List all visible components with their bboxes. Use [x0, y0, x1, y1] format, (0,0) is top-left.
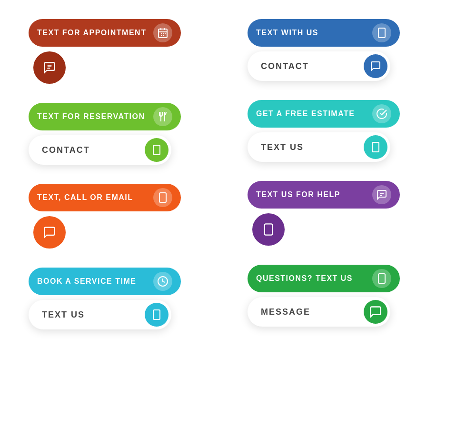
svg-rect-13 — [153, 145, 160, 155]
text-us-help-label: TEXT US FOR HELP — [256, 190, 340, 199]
appointment-group: TEXT FOR APPOINTMENT — [29, 19, 228, 84]
svg-rect-28 — [378, 274, 385, 283]
text-call-email-label: TEXT, CALL OR EMAIL — [37, 193, 133, 202]
service-phone-icon — [145, 303, 169, 327]
svg-rect-9 — [47, 65, 51, 66]
estimate-text-us-label: TEXT US — [261, 142, 304, 152]
questions-text-us-button[interactable]: QUESTIONS? TEXT US — [248, 265, 400, 292]
estimate-phone-icon — [364, 135, 387, 159]
help-phone-button[interactable] — [252, 213, 285, 246]
service-group: BOOK A SERVICE TIME TEXT US — [29, 268, 228, 329]
message-button[interactable]: MESSAGE — [248, 297, 390, 327]
svg-rect-22 — [372, 142, 379, 152]
main-container: TEXT FOR APPOINTMENT — [0, 0, 476, 368]
svg-rect-10 — [47, 68, 50, 69]
chat-icon — [43, 61, 56, 74]
appointment-chat-icon-button[interactable] — [33, 51, 66, 84]
reservation-contact-button[interactable]: CONTACT — [29, 135, 171, 165]
get-estimate-label: GET A FREE ESTIMATE — [256, 110, 355, 118]
right-column: TEXT WITH US CONTACT — [238, 14, 457, 353]
svg-rect-15 — [159, 193, 166, 202]
message-label: MESSAGE — [261, 307, 310, 317]
text-us-help-button[interactable]: TEXT US FOR HELP — [248, 181, 400, 209]
text-for-reservation-label: TEXT FOR RESERVATION — [37, 112, 145, 121]
reservation-contact-label: CONTACT — [42, 145, 90, 155]
help-phone-icon — [262, 223, 275, 236]
text-with-us-contact-label: CONTACT — [261, 61, 309, 71]
contact-chat-icon — [364, 54, 387, 78]
service-text-us-label: TEXT US — [42, 310, 85, 320]
text-with-us-phone-icon — [372, 23, 391, 42]
message-chat-icon — [364, 300, 387, 324]
check-circle-icon — [372, 104, 391, 123]
questions-text-us-label: QUESTIONS? TEXT US — [256, 274, 353, 283]
svg-rect-26 — [265, 224, 272, 235]
questions-group: QUESTIONS? TEXT US MESSAGE — [248, 265, 447, 327]
calendar-icon — [153, 23, 172, 42]
call-email-phone-icon — [153, 188, 172, 207]
fork-knife-icon — [153, 107, 172, 126]
estimate-group: GET A FREE ESTIMATE TEXT US — [248, 100, 447, 162]
text-for-reservation-button[interactable]: TEXT FOR RESERVATION — [29, 103, 181, 130]
text-call-email-button[interactable]: TEXT, CALL OR EMAIL — [29, 184, 181, 211]
text-for-appointment-label: TEXT FOR APPOINTMENT — [37, 29, 146, 37]
text-with-us-label: TEXT WITH US — [256, 29, 318, 37]
help-group: TEXT US FOR HELP — [248, 181, 447, 246]
svg-rect-18 — [153, 310, 160, 319]
book-service-button[interactable]: BOOK A SERVICE TIME — [29, 268, 181, 295]
service-text-us-button[interactable]: TEXT US — [29, 300, 171, 329]
text-with-us-contact-button[interactable]: CONTACT — [248, 51, 390, 81]
text-with-us-button[interactable]: TEXT WITH US — [248, 19, 400, 47]
book-service-label: BOOK A SERVICE TIME — [37, 277, 136, 286]
call-email-group: TEXT, CALL OR EMAIL — [29, 184, 228, 249]
get-estimate-button[interactable]: GET A FREE ESTIMATE — [248, 100, 400, 128]
help-chat-icon — [372, 185, 391, 204]
questions-phone-icon — [372, 269, 391, 288]
text-with-us-group: TEXT WITH US CONTACT — [248, 19, 447, 81]
estimate-text-us-button[interactable]: TEXT US — [248, 132, 390, 162]
clock-icon — [153, 272, 172, 291]
call-email-chat-button[interactable] — [33, 216, 66, 249]
left-column: TEXT FOR APPOINTMENT — [19, 14, 238, 353]
svg-rect-20 — [378, 28, 385, 38]
reservation-phone-icon — [145, 138, 169, 162]
chat-icon-orange — [43, 226, 56, 239]
text-for-appointment-button[interactable]: TEXT FOR APPOINTMENT — [29, 19, 181, 47]
reservation-group: TEXT FOR RESERVATION CONTACT — [29, 103, 228, 165]
